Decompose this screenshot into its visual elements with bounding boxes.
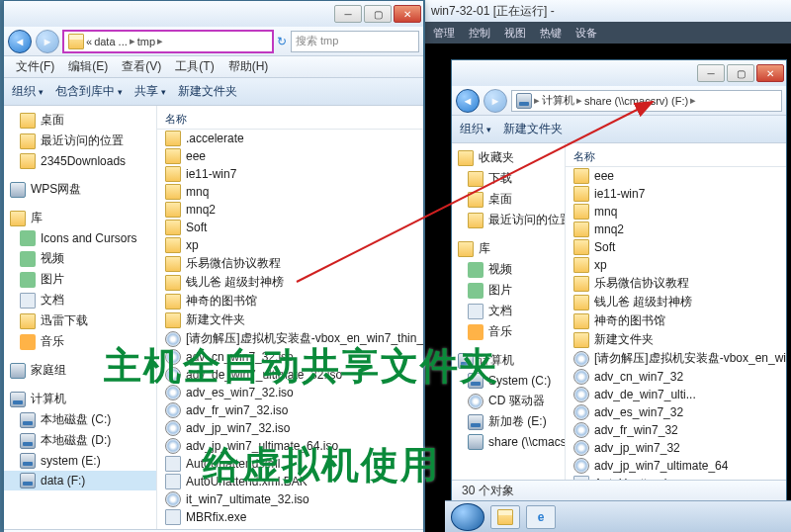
close-button[interactable]: ✕	[394, 5, 421, 23]
titlebar-right[interactable]: ─ ▢ ✕	[452, 60, 786, 86]
titlebar-left[interactable]: ─ ▢ ✕	[4, 1, 423, 27]
tree-item[interactable]: CD 驱动器	[452, 391, 565, 411]
list-item[interactable]: 库	[4, 208, 156, 228]
list-item[interactable]: AutoUnattend.xml	[157, 455, 423, 473]
vm-menubar[interactable]: 管理 控制 视图 热键 设备	[425, 22, 791, 44]
tree-item[interactable]: 图片	[4, 269, 156, 290]
taskbar-explorer-icon[interactable]	[490, 505, 520, 529]
list-item[interactable]: adv_jp_win7_ultimate_64	[566, 457, 786, 475]
vm-menu-manage[interactable]: 管理	[433, 26, 455, 41]
list-item[interactable]: adv_jp_win7_32	[566, 439, 786, 457]
list-item[interactable]: adv_cn_win7_32	[566, 368, 786, 386]
breadcrumb-computer[interactable]: 计算机	[542, 93, 574, 108]
list-item[interactable]: ie11-win7	[157, 165, 423, 183]
breadcrumb-right[interactable]: ▸ 计算机 ▸ share (\\cmacsrv) (F:) ▸	[511, 90, 782, 112]
list-item[interactable]: adv_es_win7_32	[566, 403, 786, 421]
search-input[interactable]: 搜索 tmp	[291, 31, 419, 52]
tree-item[interactable]: data (F:)	[4, 471, 156, 490]
minimize-button[interactable]: ─	[334, 5, 362, 23]
list-item[interactable]: eee	[566, 167, 786, 185]
list-item[interactable]: xp	[157, 236, 423, 254]
list-item[interactable]: 库	[452, 238, 565, 259]
list-item[interactable]: [请勿解压]虚拟机安装盘-vbox_en_win7_thin_32.iso	[157, 329, 423, 348]
breadcrumb-left[interactable]: « data ... ▸ tmp ▸	[63, 31, 273, 52]
list-item[interactable]: Soft	[566, 238, 786, 256]
list-item[interactable]: ie11-win7	[566, 185, 786, 203]
forward-button[interactable]: ►	[483, 89, 507, 113]
breadcrumb-seg-0[interactable]: «	[86, 36, 92, 47]
list-item[interactable]: adv_fr_win7_32.iso	[157, 401, 423, 419]
tree-item[interactable]: 最近访问的位置	[4, 131, 156, 151]
vm-menu-control[interactable]: 控制	[469, 26, 490, 41]
tree-item[interactable]: 新加卷 (E:)	[452, 411, 565, 432]
list-item[interactable]: 钱儿爸 超级封神榜	[566, 293, 786, 311]
col-name[interactable]: 名称	[165, 112, 187, 127]
list-item[interactable]: 神奇的图书馆	[566, 311, 786, 330]
list-item[interactable]: adv_jp_win7_32.iso	[157, 419, 423, 437]
list-item[interactable]: [请勿解压]虚拟机安装盘-vbox_en_win7_...	[566, 349, 786, 368]
list-item[interactable]: adv_de_win7_ultimate_32.iso	[157, 366, 423, 384]
list-item[interactable]: 计算机	[452, 350, 565, 371]
cmd-include[interactable]: 包含到库中	[55, 83, 123, 100]
list-item[interactable]: adv_fr_win7_32	[566, 421, 786, 439]
cmd-share[interactable]: 共享	[134, 83, 166, 100]
maximize-button[interactable]: ▢	[727, 64, 754, 82]
tree-item[interactable]: 最近访问的位置	[452, 210, 565, 230]
tree-item[interactable]: system (E:)	[4, 451, 156, 471]
back-button[interactable]: ◄	[456, 89, 480, 113]
list-item[interactable]: adv_es_win7_32.iso	[157, 384, 423, 401]
list-item[interactable]: .accelerate	[157, 130, 423, 147]
tree-item[interactable]: 图片	[452, 280, 565, 301]
list-item[interactable]: 新建文件夹	[157, 310, 423, 329]
list-item[interactable]: mnq2	[157, 201, 423, 219]
tree-item[interactable]: 音乐	[452, 321, 565, 342]
list-item[interactable]: 新建文件夹	[566, 330, 786, 349]
list-item[interactable]: 乐易微信协议教程	[566, 274, 786, 293]
list-item[interactable]: AutoUnattend	[566, 475, 786, 480]
cmd-newfolder[interactable]: 新建文件夹	[178, 83, 237, 100]
tree-item[interactable]: 本地磁盘 (D:)	[4, 430, 156, 451]
nav-tree-right[interactable]: 收藏夹下载桌面最近访问的位置库视频图片文档音乐计算机System (C:)CD …	[452, 143, 566, 480]
list-item[interactable]: 乐易微信协议教程	[157, 254, 423, 273]
list-item[interactable]: it_win7_ultimate_32.iso	[157, 490, 423, 508]
vm-titlebar[interactable]: win7-32-01 [正在运行] -	[425, 0, 791, 22]
tree-item[interactable]: 2345Downloads	[4, 151, 156, 171]
tree-item[interactable]: 迅雷下载	[4, 310, 156, 331]
tree-item[interactable]: 桌面	[4, 110, 156, 131]
vm-menu-view[interactable]: 视图	[504, 26, 526, 41]
list-item[interactable]: adv_de_win7_ulti...	[566, 386, 786, 403]
list-item[interactable]: 收藏夹	[452, 147, 565, 168]
list-item[interactable]: mnq2	[566, 221, 786, 238]
list-item[interactable]: AutoUnattend.xml.BAK	[157, 473, 423, 490]
menu-edit[interactable]: 编辑(E)	[62, 56, 114, 77]
forward-button[interactable]: ►	[36, 30, 59, 53]
refresh-button[interactable]: ↻	[277, 35, 287, 48]
vm-menu-device[interactable]: 设备	[575, 26, 597, 41]
tree-item[interactable]: share (\\cmacsrv	[452, 432, 565, 452]
tree-item[interactable]: 文档	[4, 290, 156, 310]
tree-item[interactable]: 视频	[4, 248, 156, 269]
list-item[interactable]: 神奇的图书馆	[157, 292, 423, 310]
file-list-right[interactable]: 名称 eeeie11-win7mnqmnq2Softxp乐易微信协议教程钱儿爸 …	[566, 143, 786, 480]
menu-file[interactable]: 文件(F)	[10, 56, 60, 77]
file-list-left[interactable]: 名称 .accelerateeeeie11-win7mnqmnq2Softxp乐…	[157, 106, 423, 529]
close-button[interactable]: ✕	[756, 64, 784, 82]
tree-item[interactable]: 音乐	[4, 331, 156, 352]
tree-item[interactable]: 本地磁盘 (C:)	[4, 409, 156, 430]
list-item[interactable]: 家庭组	[4, 360, 156, 381]
tree-item[interactable]: Icons and Cursors	[4, 228, 156, 248]
list-item[interactable]: 计算机	[4, 389, 156, 409]
list-item[interactable]: mnq	[157, 183, 423, 201]
breadcrumb-share[interactable]: share (\\cmacsrv) (F:)	[584, 95, 688, 107]
list-item[interactable]: eee	[157, 147, 423, 165]
list-item[interactable]: xp	[566, 256, 786, 274]
menu-help[interactable]: 帮助(H)	[222, 56, 275, 77]
vm-menu-hotkey[interactable]: 热键	[540, 26, 562, 41]
start-button[interactable]	[451, 503, 484, 531]
tree-item[interactable]: 视频	[452, 259, 565, 280]
list-item[interactable]: adv_jp_win7_ultimate_64.iso	[157, 437, 423, 455]
col-name[interactable]: 名称	[573, 149, 595, 164]
tree-item[interactable]: System (C:)	[452, 371, 565, 391]
cmd-organize[interactable]: 组织	[460, 121, 491, 137]
back-button[interactable]: ◄	[8, 30, 32, 53]
